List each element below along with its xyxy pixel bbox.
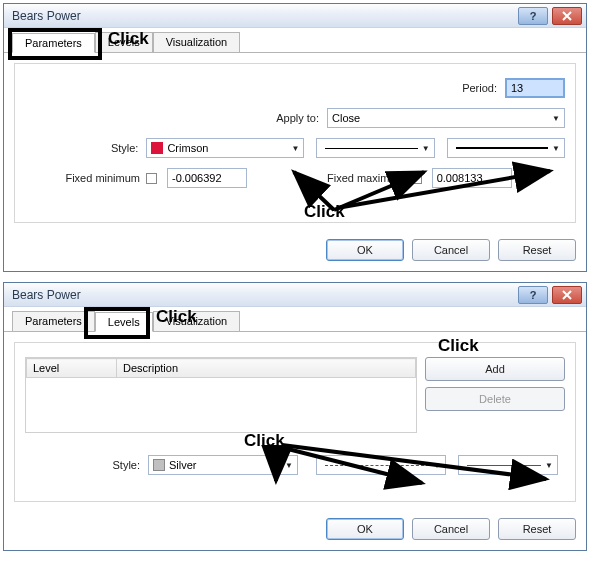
tab-visualization[interactable]: Visualization	[153, 32, 241, 52]
table-header-row: Level Description	[27, 359, 416, 378]
reset-button[interactable]: Reset	[498, 239, 576, 261]
color-swatch-icon	[153, 459, 165, 471]
style-width-dropdown[interactable]: ▼	[458, 455, 558, 475]
reset-button[interactable]: Reset	[498, 518, 576, 540]
tabstrip: Parameters Levels Visualization	[4, 28, 586, 53]
dialog-footer: OK Cancel Reset	[4, 512, 586, 550]
cancel-button[interactable]: Cancel	[412, 239, 490, 261]
panel-parameters: Period: Apply to: Close ▼ Style: Crimson…	[14, 63, 576, 223]
chevron-down-icon: ▼	[422, 144, 430, 153]
style-label: Style:	[25, 459, 140, 471]
dialog-bears-power-parameters: Bears Power ? Parameters Levels Visualiz…	[3, 3, 587, 272]
ok-button[interactable]: OK	[326, 518, 404, 540]
style-width-dropdown[interactable]: ▼	[447, 138, 565, 158]
apply-to-dropdown[interactable]: Close ▼	[327, 108, 565, 128]
style-label: Style:	[25, 142, 138, 154]
tab-parameters[interactable]: Parameters	[12, 311, 95, 331]
levels-table-container: Level Description	[25, 357, 417, 433]
style-color-dropdown[interactable]: Crimson ▼	[146, 138, 304, 158]
dialog-body: Period: Apply to: Close ▼ Style: Crimson…	[4, 53, 586, 233]
style-color-value: Silver	[169, 459, 197, 471]
fixed-min-input	[167, 168, 247, 188]
tabstrip: Parameters Levels Visualization	[4, 307, 586, 332]
dialog-body: Level Description Add Delete Style:	[4, 332, 586, 512]
chevron-down-icon: ▼	[552, 144, 560, 153]
chevron-down-icon: ▼	[552, 114, 560, 123]
help-button[interactable]: ?	[518, 286, 548, 304]
fixed-min-label: Fixed minimum	[25, 172, 140, 184]
tab-parameters[interactable]: Parameters	[12, 33, 95, 53]
panel-levels: Level Description Add Delete Style:	[14, 342, 576, 502]
titlebar: Bears Power ?	[4, 283, 586, 307]
delete-button: Delete	[425, 387, 565, 411]
col-description[interactable]: Description	[117, 359, 416, 378]
dialog-footer: OK Cancel Reset	[4, 233, 586, 271]
cancel-button[interactable]: Cancel	[412, 518, 490, 540]
window-title: Bears Power	[12, 288, 518, 302]
chevron-down-icon: ▼	[433, 461, 441, 470]
dialog-bears-power-levels: Bears Power ? Parameters Levels Visualiz…	[3, 282, 587, 551]
close-button[interactable]	[552, 286, 582, 304]
style-color-value: Crimson	[167, 142, 208, 154]
tab-levels[interactable]: Levels	[95, 32, 153, 52]
tab-levels[interactable]: Levels	[95, 312, 153, 332]
add-button[interactable]: Add	[425, 357, 565, 381]
levels-side-buttons: Add Delete	[425, 357, 565, 433]
color-swatch-icon	[151, 142, 163, 154]
close-button[interactable]	[552, 7, 582, 25]
style-color-dropdown[interactable]: Silver ▼	[148, 455, 298, 475]
titlebar: Bears Power ?	[4, 4, 586, 28]
fixed-max-checkbox[interactable]	[411, 173, 422, 184]
fixed-max-label: Fixed maximum	[327, 172, 405, 184]
ok-button[interactable]: OK	[326, 239, 404, 261]
fixed-max-input	[432, 168, 512, 188]
fixed-min-checkbox[interactable]	[146, 173, 157, 184]
help-button[interactable]: ?	[518, 7, 548, 25]
chevron-down-icon: ▼	[291, 144, 299, 153]
period-label: Period:	[437, 82, 497, 94]
style-line-dropdown[interactable]: ▼	[316, 138, 434, 158]
apply-to-label: Apply to:	[276, 112, 319, 124]
tab-visualization[interactable]: Visualization	[153, 311, 241, 331]
style-line-dropdown[interactable]: ▼	[316, 455, 446, 475]
levels-table: Level Description	[26, 358, 416, 378]
period-input[interactable]	[505, 78, 565, 98]
col-level[interactable]: Level	[27, 359, 117, 378]
chevron-down-icon: ▼	[285, 461, 293, 470]
chevron-down-icon: ▼	[545, 461, 553, 470]
apply-to-value: Close	[332, 112, 360, 124]
window-title: Bears Power	[12, 9, 518, 23]
